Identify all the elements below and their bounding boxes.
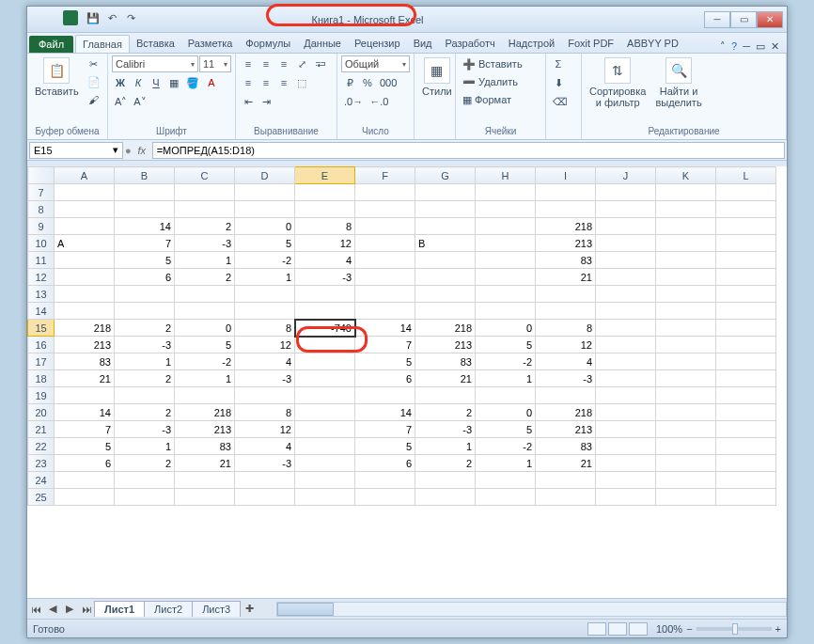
cell[interactable]: 0 xyxy=(476,404,536,421)
cell[interactable] xyxy=(415,201,476,218)
cell[interactable]: 218 xyxy=(536,404,596,421)
cell[interactable] xyxy=(476,218,536,235)
cell[interactable]: 213 xyxy=(536,235,596,252)
cell[interactable] xyxy=(716,387,776,404)
cell[interactable] xyxy=(596,337,656,353)
cell[interactable] xyxy=(536,387,596,404)
sheet-tab[interactable]: Лист1 xyxy=(94,601,145,617)
cell[interactable] xyxy=(716,353,776,370)
cell[interactable] xyxy=(656,269,716,286)
cell[interactable] xyxy=(596,353,656,370)
cell[interactable] xyxy=(115,387,175,404)
normal-view-icon[interactable] xyxy=(587,622,606,636)
sort-filter-button[interactable]: ⇅ Сортировка и фильтр xyxy=(586,55,650,110)
cell[interactable] xyxy=(355,387,415,404)
sheet-tab[interactable]: Лист2 xyxy=(144,601,193,617)
doc-min-icon[interactable]: ─ xyxy=(743,40,750,53)
cell[interactable] xyxy=(596,320,656,337)
cell[interactable] xyxy=(55,387,115,404)
row-header[interactable]: 15 xyxy=(28,320,55,337)
cell[interactable]: 83 xyxy=(55,353,115,370)
cell[interactable]: 4 xyxy=(235,438,295,455)
cell[interactable]: 12 xyxy=(536,337,596,353)
cell[interactable] xyxy=(175,201,235,218)
cell[interactable] xyxy=(716,303,776,320)
cell[interactable] xyxy=(415,489,476,506)
cell[interactable] xyxy=(596,252,656,269)
cell[interactable] xyxy=(536,489,596,506)
cell[interactable] xyxy=(716,404,776,421)
col-header[interactable]: A xyxy=(55,167,115,184)
delete-cells-button[interactable]: ➖ Удалить xyxy=(460,73,541,90)
cell[interactable]: 6 xyxy=(115,269,175,286)
cell[interactable] xyxy=(716,218,776,235)
name-box[interactable]: E15▾ xyxy=(29,142,123,159)
row-header[interactable]: 18 xyxy=(28,370,55,387)
fill-icon[interactable]: ⬇ xyxy=(550,74,567,91)
percent-icon[interactable]: % xyxy=(359,74,376,91)
next-sheet-icon[interactable]: ▶ xyxy=(61,601,78,618)
close-button[interactable]: ✕ xyxy=(757,11,783,28)
cell[interactable]: -3 xyxy=(415,421,476,438)
tab-foxit pdf[interactable]: Foxit PDF xyxy=(561,35,620,53)
dec-decimal-icon[interactable]: ←.0 xyxy=(367,93,391,110)
cell[interactable] xyxy=(295,438,355,455)
cell[interactable]: -3 xyxy=(115,337,175,353)
cell[interactable] xyxy=(355,286,415,303)
cell[interactable]: 6 xyxy=(355,455,415,472)
cell[interactable]: 5 xyxy=(355,438,415,455)
cell[interactable]: -3 xyxy=(235,370,295,387)
styles-button[interactable]: ▦ Стили xyxy=(418,55,456,99)
cell[interactable] xyxy=(716,438,776,455)
cell[interactable]: -2 xyxy=(476,353,536,370)
cell[interactable] xyxy=(476,303,536,320)
cell[interactable]: 2 xyxy=(115,320,175,337)
cell[interactable]: 0 xyxy=(476,320,536,337)
maximize-button[interactable]: ▭ xyxy=(730,11,757,28)
row-header[interactable]: 8 xyxy=(28,201,55,218)
cell[interactable] xyxy=(476,184,536,201)
cell[interactable]: 14 xyxy=(355,404,415,421)
indent-inc-icon[interactable]: ⇥ xyxy=(258,93,274,110)
cell[interactable] xyxy=(235,387,295,404)
cell[interactable]: 7 xyxy=(115,235,175,252)
align-left-icon[interactable]: ≡ xyxy=(240,74,257,91)
cell[interactable]: 5 xyxy=(235,235,295,252)
cell[interactable]: 12 xyxy=(235,337,295,353)
cell[interactable]: 14 xyxy=(55,404,115,421)
cell[interactable] xyxy=(175,286,235,303)
cell[interactable]: 2 xyxy=(415,404,476,421)
first-sheet-icon[interactable]: ⏮ xyxy=(27,601,44,618)
cell[interactable]: 4 xyxy=(235,353,295,370)
find-select-button[interactable]: 🔍 Найти и выделить xyxy=(651,55,705,110)
cell[interactable]: 8 xyxy=(235,404,295,421)
cell[interactable]: 12 xyxy=(235,421,295,438)
cell[interactable]: 1 xyxy=(175,370,235,387)
cell[interactable]: 21 xyxy=(536,455,596,472)
cell[interactable] xyxy=(656,421,716,438)
cell[interactable] xyxy=(716,184,776,201)
tab-рецензир[interactable]: Рецензир xyxy=(348,35,407,53)
doc-max-icon[interactable]: ▭ xyxy=(756,40,765,53)
horizontal-scrollbar[interactable] xyxy=(276,602,787,617)
cell[interactable] xyxy=(656,438,716,455)
col-header[interactable]: K xyxy=(656,167,716,184)
tab-главная[interactable]: Главная xyxy=(75,35,130,53)
font-name-combo[interactable]: Calibri▾ xyxy=(112,55,198,72)
cell[interactable] xyxy=(115,201,175,218)
sheet-tab[interactable]: Лист3 xyxy=(192,601,241,617)
cell[interactable] xyxy=(536,286,596,303)
cell[interactable] xyxy=(716,201,776,218)
cell[interactable]: 83 xyxy=(175,438,235,455)
cell[interactable] xyxy=(235,286,295,303)
cell[interactable] xyxy=(596,438,656,455)
cell[interactable] xyxy=(656,184,716,201)
cell[interactable] xyxy=(476,387,536,404)
cell[interactable] xyxy=(235,472,295,489)
cell[interactable] xyxy=(596,489,656,506)
cell[interactable]: 21 xyxy=(536,269,596,286)
cell[interactable]: B xyxy=(415,235,476,252)
col-header[interactable]: G xyxy=(415,167,476,184)
page-layout-view-icon[interactable] xyxy=(608,622,627,636)
fill-color-icon[interactable]: 🪣 xyxy=(183,74,202,91)
